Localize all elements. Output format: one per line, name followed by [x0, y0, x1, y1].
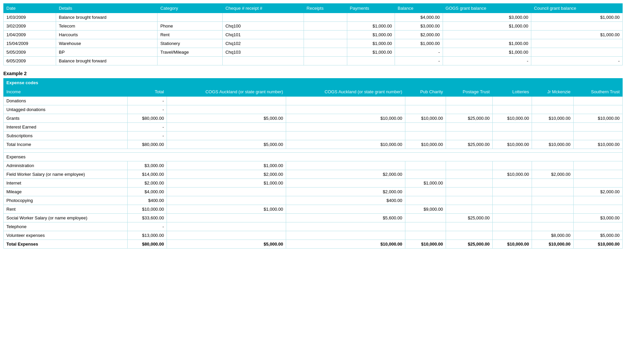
table-row: 15/04/2009WarehouseStationeryChq102$1,00… [4, 39, 623, 48]
table-row: Social Worker Salary (or name employee)$… [4, 214, 623, 222]
table-row: Administration$3,000.00$1,000.00 [4, 161, 623, 170]
table-row: 6/05/2009Balance brought forward--- [4, 57, 623, 65]
table-row: Total Expenses$80,000.00$5,000.00$10,000… [4, 240, 623, 249]
table-row [4, 149, 623, 153]
example2-title: Example 2 [3, 71, 623, 76]
table-row: 3/02/2009TelecomPhoneChq100$1,000.00$3,0… [4, 22, 623, 31]
table2: Expense codes IncomeTotalCOGS Auckland (… [3, 78, 623, 249]
table-row: Photocopying$400.00$400.00 [4, 196, 623, 205]
table-row: 1/03/2009Balance brought forward$4,000.0… [4, 13, 623, 22]
expense-codes-label: Expense codes [4, 79, 623, 87]
table-row: Internet$2,000.00$1,000.00$1,000.00 [4, 179, 623, 188]
table1: DateDetailsCategoryCheque # receipt #Rec… [3, 3, 623, 65]
table-row: 1/04/2009HarcourtsRentChq101$1,000.00$2,… [4, 31, 623, 39]
table-row: Subscriptions- [4, 132, 623, 140]
table-row: 5/05/2009BPTravel/MileageChq103$1,000.00… [4, 48, 623, 57]
table-row: Total Income$80,000.00$5,000.00$10,000.0… [4, 140, 623, 149]
table-row: Telephone- [4, 222, 623, 231]
table-row: Mileage$4,000.00$2,000.00$2,000.00 [4, 188, 623, 196]
table-row: Donations- [4, 97, 623, 105]
table-row: Field Worker Salary (or name employee)$1… [4, 170, 623, 179]
table-row: Interest Earned- [4, 123, 623, 132]
table-row: Grants$80,000.00$5,000.00$10,000.00$10,0… [4, 114, 623, 123]
table-row: Expenses [4, 153, 623, 161]
table-row: Untagged donations- [4, 105, 623, 114]
table-row: Volunteer expenses$13,000.00$8,000.00$5,… [4, 231, 623, 240]
table-row: Rent$10,000.00$1,000.00$9,000.00 [4, 205, 623, 214]
